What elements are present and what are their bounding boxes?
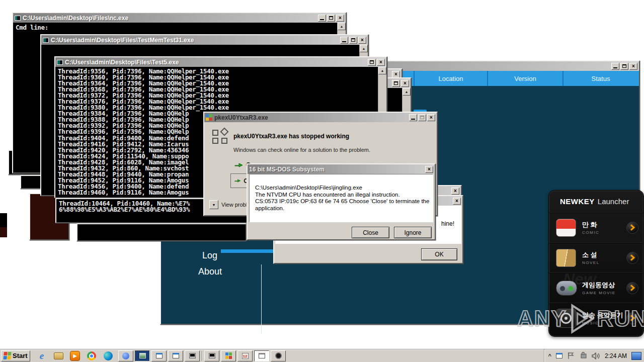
tray-expand-icon[interactable]: ^ xyxy=(548,353,551,359)
window-title: pkexU0YtxaR3.exe xyxy=(214,114,407,121)
launcher-header: NEWKEY Launcher xyxy=(549,191,643,212)
crash-dialog-titlebar[interactable]: pkexU0YtxaR3.exe × xyxy=(204,113,437,122)
edge-icon[interactable] xyxy=(103,351,113,361)
media-folder-icon[interactable] xyxy=(53,351,63,361)
console-output: Cmd line: xyxy=(13,23,346,31)
scroll-up-icon[interactable]: ▲ xyxy=(360,45,368,52)
ok-button[interactable]: OK xyxy=(421,248,457,260)
desktop: × Location Version Status Log About × xyxy=(0,0,644,362)
column-header-version[interactable]: Version xyxy=(487,71,562,86)
column-header-status[interactable]: Status xyxy=(562,71,638,86)
chevron-right-icon[interactable] xyxy=(626,282,638,294)
green-arrow-icon xyxy=(234,177,240,184)
test5-titlebar[interactable]: C:\Users\admin\Desktop\Files\Test5.exe × xyxy=(55,57,386,67)
scroll-up-icon[interactable]: ▲ xyxy=(403,88,411,96)
start-button[interactable]: Start xyxy=(1,350,30,361)
tray-clock[interactable]: 2:24 AM xyxy=(605,352,627,359)
window-title: C:\Users\admin\Desktop\Files\TestMemTest… xyxy=(51,37,338,44)
taskbar-button-8[interactable]: 12 xyxy=(237,350,253,361)
minimize-icon[interactable] xyxy=(318,15,326,22)
dos-line-1: C:\Users\admin\Desktop\Files\jingling.ex… xyxy=(255,185,433,192)
taskbar-button-6[interactable] xyxy=(204,350,219,361)
maximize-icon[interactable] xyxy=(620,63,628,70)
background-edge-strip xyxy=(0,213,7,227)
default-app-icon xyxy=(212,129,230,145)
scroll-up-icon[interactable]: ▲ xyxy=(378,67,386,74)
taskbar-button-10[interactable] xyxy=(271,350,286,361)
close-icon[interactable]: × xyxy=(401,80,409,87)
command-option-2[interactable]: C xyxy=(230,173,249,188)
close-icon[interactable]: × xyxy=(358,37,366,44)
dos-dialog-titlebar[interactable]: 16 bit MS-DOS Subsystem × xyxy=(248,164,435,174)
newkey-launcher-panel: NEWKEY Launcher New 만 화 COMIC 소 설 NOVEL xyxy=(548,190,644,337)
window-title: C:\Users\admin\Desktop\Files\nc.exe xyxy=(23,15,316,22)
minimize-icon[interactable] xyxy=(611,63,619,70)
flag-icon[interactable] xyxy=(567,352,575,359)
show-desktop-icon[interactable] xyxy=(631,352,641,360)
ignore-button[interactable]: Ignore xyxy=(394,227,432,238)
maximize-icon[interactable] xyxy=(368,59,376,66)
window-title: C:\Users\admin\Desktop\Files\Test5.exe xyxy=(65,59,366,66)
volume-icon[interactable] xyxy=(592,352,600,359)
system-tray: ^ 2:24 AM xyxy=(544,349,644,362)
close-icon[interactable]: × xyxy=(425,166,433,173)
dos-dialog: 16 bit MS-DOS Subsystem × C:\Users\admin… xyxy=(247,163,436,240)
chevron-right-icon[interactable] xyxy=(626,222,638,234)
taskbar-button-5[interactable] xyxy=(185,350,200,361)
taskbar-button-2[interactable] xyxy=(135,350,150,361)
close-button[interactable]: Close xyxy=(352,227,389,238)
app-icon xyxy=(206,114,212,121)
chevron-right-icon[interactable] xyxy=(626,312,638,324)
menu-item-log[interactable]: Log xyxy=(202,250,217,261)
taskbar-button-active[interactable] xyxy=(254,350,269,361)
dos-line-2: The NTVDM CPU has encountered an illegal… xyxy=(255,192,433,199)
dos-line-3: CS:0573 IP:019c OP:63 6f 6e 74 65 Choose… xyxy=(255,198,433,205)
close-icon[interactable]: × xyxy=(336,15,344,22)
testmem-titlebar[interactable]: C:\Users\admin\Desktop\Files\TestMemTest… xyxy=(41,35,368,45)
taskbar: Start e ▶ 12 ^ 2:24 AM xyxy=(0,349,644,362)
chrome-icon[interactable] xyxy=(87,351,97,361)
windows-logo-icon xyxy=(3,352,12,359)
novel-icon xyxy=(556,249,576,267)
music-player-icon xyxy=(556,309,576,328)
tray-app-icon[interactable] xyxy=(556,353,562,358)
taskbar-button-1[interactable] xyxy=(118,350,133,361)
view-details-row[interactable]: ▼ View probl xyxy=(209,200,247,209)
taskbar-button-3[interactable] xyxy=(151,350,167,361)
chevron-right-icon[interactable] xyxy=(626,252,638,264)
taskbar-button-7[interactable] xyxy=(221,350,236,361)
close-icon[interactable]: × xyxy=(629,63,637,70)
maximize-icon[interactable] xyxy=(418,114,426,121)
taskbar-separator xyxy=(202,351,203,361)
background-edge-strip-maroon xyxy=(0,227,7,237)
close-icon[interactable]: × xyxy=(451,188,459,195)
ie-icon[interactable]: e xyxy=(37,351,47,361)
console-icon xyxy=(43,38,49,43)
minimize-icon[interactable] xyxy=(409,114,417,121)
launcher-item-novel[interactable]: 소 설 NOVEL xyxy=(549,242,643,273)
dos-line-4: application. xyxy=(255,205,433,212)
media-play-icon[interactable]: ▶ xyxy=(70,351,80,361)
network-icon[interactable] xyxy=(579,352,587,359)
launcher-item-game-movie[interactable]: 게임동영상 GAME MOVIE xyxy=(549,273,643,303)
gamepad-icon xyxy=(556,281,577,296)
close-icon[interactable]: × xyxy=(427,114,435,121)
nc-titlebar[interactable]: C:\Users\admin\Desktop\Files\nc.exe × xyxy=(13,13,346,23)
taskbar-button-4[interactable] xyxy=(168,350,183,361)
maximize-icon[interactable] xyxy=(327,15,335,22)
green-arrow-icon xyxy=(234,162,243,168)
console-icon xyxy=(57,60,63,65)
menu-item-about[interactable]: About xyxy=(198,266,222,277)
close-icon[interactable]: × xyxy=(377,59,385,66)
close-icon[interactable]: × xyxy=(392,71,400,78)
scroll-up-icon[interactable]: ▲ xyxy=(338,23,346,30)
launcher-item-comic[interactable]: 만 화 COMIC xyxy=(549,212,643,242)
crash-heading: pkexU0YtxaR3.exe has stopped working xyxy=(233,133,349,140)
maximize-icon[interactable] xyxy=(392,80,400,87)
maximize-icon[interactable] xyxy=(349,37,357,44)
column-header-location[interactable]: Location xyxy=(414,71,487,86)
chevron-down-icon[interactable]: ▼ xyxy=(209,200,218,209)
launcher-item-music[interactable]: 알송 음악듣기 MUSIC xyxy=(549,303,643,333)
close-icon[interactable]: × xyxy=(453,198,461,205)
minimize-icon[interactable] xyxy=(340,37,348,44)
